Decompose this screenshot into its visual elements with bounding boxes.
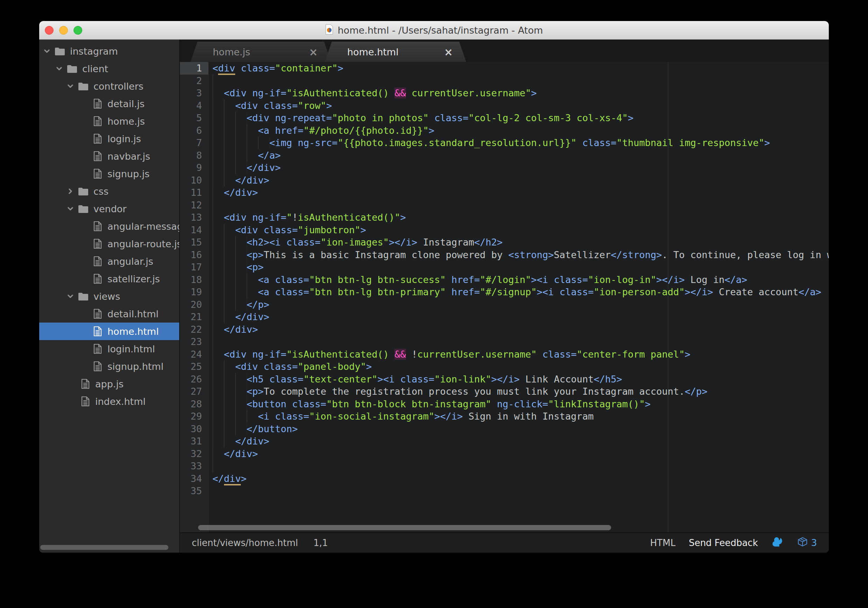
code-line: </div> xyxy=(212,473,829,485)
file-icon xyxy=(93,238,102,249)
code-line xyxy=(212,485,829,497)
tree-item-label: index.html xyxy=(95,396,146,407)
tree-item-label: signup.html xyxy=(107,361,163,372)
tree-item-label: instagram xyxy=(70,46,118,57)
line-number-gutter: 1234567891011121314151617181920212223242… xyxy=(180,62,209,532)
chevron-down-icon[interactable] xyxy=(67,293,74,300)
code-line xyxy=(212,199,829,211)
tree-item-css[interactable]: css xyxy=(39,182,179,200)
chevron-right-icon[interactable] xyxy=(67,188,74,195)
tree-item-signup-html[interactable]: signup.html xyxy=(39,358,179,375)
folder-icon xyxy=(54,47,65,55)
line-number: 19 xyxy=(180,286,208,299)
editor-horizontal-scrollbar[interactable] xyxy=(198,525,611,530)
tree-item-label: controllers xyxy=(93,81,144,92)
code-line: <p>To complete the registration process … xyxy=(212,385,829,398)
tree-item-detail-js[interactable]: detail.js xyxy=(39,95,179,112)
line-number: 23 xyxy=(180,336,208,348)
tree-item-instagram[interactable]: instagram xyxy=(39,42,179,60)
code-line: <p>This is a basic Instagram clone power… xyxy=(212,249,829,261)
update-count: 3 xyxy=(811,538,817,548)
line-number: 22 xyxy=(180,323,208,336)
tab-label: home.html xyxy=(325,47,398,58)
file-icon xyxy=(93,326,102,337)
close-window-button[interactable] xyxy=(45,26,54,35)
line-number: 4 xyxy=(180,100,208,112)
tree-item-vendor[interactable]: vendor xyxy=(39,200,179,218)
line-number: 31 xyxy=(180,435,208,448)
code-line: </div> xyxy=(212,448,829,460)
code-line: <h5 class="text-center"><i class="ion-li… xyxy=(212,373,829,386)
tree-item-home-js[interactable]: home.js xyxy=(39,112,179,130)
line-number: 20 xyxy=(180,299,208,311)
tree-item-label: home.html xyxy=(107,326,159,337)
tree-item-detail-html[interactable]: detail.html xyxy=(39,305,179,323)
file-icon xyxy=(93,256,102,266)
tree-item-label: app.js xyxy=(95,379,124,389)
text-editor[interactable]: 1234567891011121314151617181920212223242… xyxy=(180,62,829,532)
line-number: 27 xyxy=(180,385,208,398)
code-line: </a> xyxy=(212,149,829,162)
zoom-window-button[interactable] xyxy=(73,26,82,35)
code-line: <a href="#/photo/{{photo.id}}"> xyxy=(212,124,829,137)
sidebar-horizontal-scrollbar[interactable] xyxy=(40,545,168,550)
tab-home-html[interactable]: home.html × xyxy=(325,42,466,62)
tree-item-home-html[interactable]: home.html xyxy=(39,323,179,340)
tree-item-angular-route-js[interactable]: angular-route.js xyxy=(39,235,179,252)
file-icon xyxy=(93,168,102,179)
chevron-down-icon[interactable] xyxy=(67,82,74,90)
tree-item-label: angular.js xyxy=(107,256,153,267)
tree-item-navbar-js[interactable]: navbar.js xyxy=(39,148,179,165)
line-number: 34 xyxy=(180,473,208,485)
grammar-selector[interactable]: HTML xyxy=(650,538,676,548)
close-icon[interactable]: × xyxy=(444,46,453,58)
code-line: <a class="btn btn-lg btn-primary" href="… xyxy=(212,286,829,299)
tree-item-login-js[interactable]: login.js xyxy=(39,130,179,148)
tree-item-signup-js[interactable]: signup.js xyxy=(39,165,179,182)
tree-item-controllers[interactable]: controllers xyxy=(39,78,179,95)
tree-item-client[interactable]: client xyxy=(39,60,179,78)
code-line: <a class="btn btn-lg btn-success" href="… xyxy=(212,274,829,286)
code-line: <div class="panel-body"> xyxy=(212,361,829,373)
cursor-position[interactable]: 1,1 xyxy=(314,538,328,548)
status-bar: client/views/home.html 1,1 HTML Send Fee… xyxy=(180,532,829,553)
tree-item-angular-js[interactable]: angular.js xyxy=(39,252,179,270)
line-number: 25 xyxy=(180,361,208,373)
file-icon xyxy=(81,379,90,389)
tree-item-angular-messages-j[interactable]: angular-messages.j xyxy=(39,218,179,235)
tree-item-app-js[interactable]: app.js xyxy=(39,375,179,393)
code-line: <img ng-src="{{photo.images.standard_res… xyxy=(212,137,829,149)
tree-item-index-html[interactable]: index.html xyxy=(39,393,179,410)
send-feedback-link[interactable]: Send Feedback xyxy=(689,538,758,548)
line-number: 2 xyxy=(180,75,208,87)
chevron-down-icon[interactable] xyxy=(67,205,74,212)
line-number: 16 xyxy=(180,249,208,261)
close-icon[interactable]: × xyxy=(309,46,318,58)
document-icon xyxy=(325,24,333,36)
code-line: </button> xyxy=(212,423,829,435)
chevron-down-icon[interactable] xyxy=(43,48,50,54)
code-line: </div> xyxy=(212,435,829,448)
tree-item-login-html[interactable]: login.html xyxy=(39,340,179,358)
package-updates-status[interactable]: 3 xyxy=(797,536,817,549)
folder-icon xyxy=(78,82,88,90)
code-line xyxy=(212,460,829,473)
tab-label: home.js xyxy=(191,47,250,58)
line-number: 5 xyxy=(180,112,208,124)
line-number: 30 xyxy=(180,423,208,435)
code-line xyxy=(212,336,829,348)
folder-icon xyxy=(67,64,78,73)
file-icon xyxy=(93,361,102,372)
line-number: 11 xyxy=(180,186,208,199)
line-number: 32 xyxy=(180,448,208,460)
folder-icon xyxy=(78,205,88,213)
deprecation-cop-squirrel-icon[interactable] xyxy=(771,535,784,550)
chevron-down-icon[interactable] xyxy=(56,65,63,72)
tree-item-views[interactable]: views xyxy=(39,288,179,305)
code-line: </div> xyxy=(212,323,829,336)
tree-item-satellizer-js[interactable]: satellizer.js xyxy=(39,270,179,288)
file-icon xyxy=(93,134,102,144)
tab-home-js[interactable]: home.js × xyxy=(191,42,331,62)
minimize-window-button[interactable] xyxy=(59,26,68,35)
window-title: home.html - /Users/sahat/instagram - Ato… xyxy=(338,25,543,36)
